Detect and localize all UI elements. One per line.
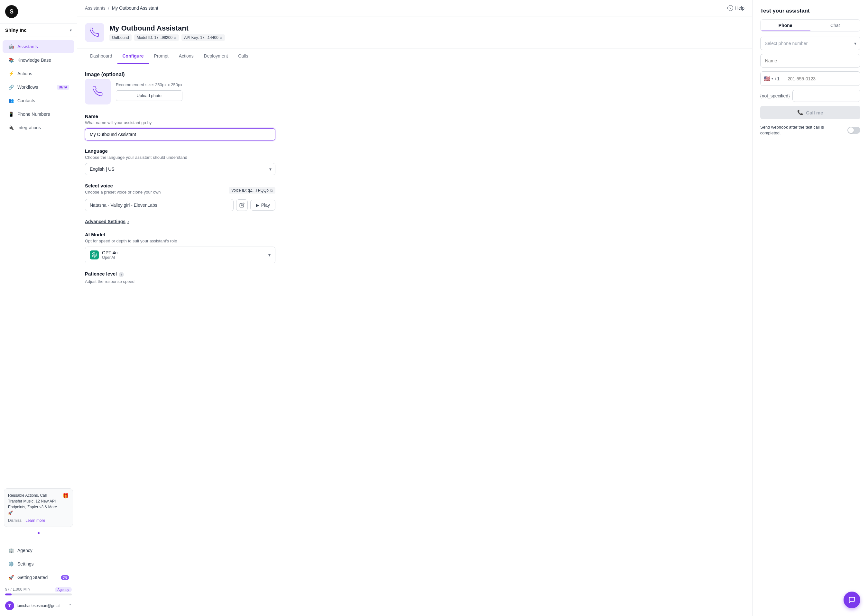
sidebar-item-label: Workflows xyxy=(17,85,38,90)
chat-fab-button[interactable] xyxy=(844,592,860,608)
language-select[interactable]: English | US xyxy=(85,163,276,175)
patience-hint: Adjust the response speed xyxy=(85,279,276,284)
content-header: Assistants / My Outbound Assistant ? Hel… xyxy=(77,0,752,16)
not-specified-row: {not_specified} xyxy=(760,90,860,102)
right-panel: Test your assistant Phone Chat ▾ Select … xyxy=(752,0,868,616)
assistant-tags: Outbound Model ID: 17...98200 ⧉ API Key:… xyxy=(109,35,225,41)
sidebar-item-getting-started[interactable]: 🚀 Getting Started 0% xyxy=(3,571,74,584)
phone-call-icon: 📞 xyxy=(797,110,803,115)
workflows-beta-badge: BETA xyxy=(57,85,69,90)
agency-icon: 🏢 xyxy=(8,547,14,554)
test-tabs: Phone Chat xyxy=(760,19,860,31)
webhook-row: Send webhook after the test call is comp… xyxy=(760,124,860,136)
sidebar-bottom: 🏢 Agency ⚙️ Settings 🚀 Getting Started 0… xyxy=(0,541,77,616)
voice-section: Select voice Choose a preset voice or cl… xyxy=(85,183,276,211)
sidebar-item-integrations[interactable]: 🔌 Integrations xyxy=(3,121,74,134)
user-avatar: T xyxy=(5,601,14,610)
ai-model-label: AI Model xyxy=(85,232,276,237)
language-section: Language Choose the language your assist… xyxy=(85,148,276,175)
help-circle-icon: ? xyxy=(728,5,733,11)
sidebar-item-agency[interactable]: 🏢 Agency xyxy=(3,544,74,557)
voice-controls: Natasha - Valley girl - ElevenLabs ▶ Pla… xyxy=(85,199,276,211)
tab-dashboard[interactable]: Dashboard xyxy=(85,49,117,64)
assistant-info: My Outbound Assistant Outbound Model ID:… xyxy=(109,24,225,41)
sidebar-item-label: Contacts xyxy=(17,98,35,103)
voice-play-button[interactable]: ▶ Play xyxy=(250,200,276,211)
sidebar-item-knowledge-base[interactable]: 📚 Knowledge Base xyxy=(3,54,74,66)
user-chevron-icon: ⌃ xyxy=(69,603,72,608)
knowledge-base-icon: 📚 xyxy=(8,57,14,63)
voice-header: Select voice Choose a preset voice or cl… xyxy=(85,183,276,198)
assistant-header: My Outbound Assistant Outbound Model ID:… xyxy=(77,16,752,49)
ai-model-select[interactable]: GPT-4o OpenAI ▾ xyxy=(85,247,276,263)
name-section: Name What name will your assistant go by xyxy=(85,113,276,140)
advanced-settings-link[interactable]: Advanced Settings › xyxy=(85,219,276,224)
sidebar-nav: 🤖 Assistants 📚 Knowledge Base ⚡ Actions … xyxy=(0,37,77,484)
sidebar-item-settings[interactable]: ⚙️ Settings xyxy=(3,558,74,570)
country-selector[interactable]: 🇺🇸 ▾ +1 xyxy=(761,72,783,85)
phone-number-select[interactable] xyxy=(760,37,860,50)
call-me-button[interactable]: 📞 Call me xyxy=(760,106,860,119)
not-specified-input[interactable] xyxy=(792,90,860,102)
tab-prompt[interactable]: Prompt xyxy=(149,49,174,64)
promo-dismiss-button[interactable]: Dismiss xyxy=(8,518,22,523)
assistant-name-input[interactable] xyxy=(85,128,276,140)
assistant-type-tag: Outbound xyxy=(109,35,132,41)
voice-id-copy-icon[interactable]: ⧉ xyxy=(270,188,273,193)
help-button[interactable]: ? Help xyxy=(728,5,744,11)
sidebar-item-actions[interactable]: ⚡ Actions xyxy=(3,67,74,80)
promo-learn-more-button[interactable]: Learn more xyxy=(25,518,45,523)
openai-icon xyxy=(90,250,99,259)
pagination-dots xyxy=(0,531,77,535)
settings-icon: ⚙️ xyxy=(8,561,14,567)
company-selector[interactable]: Shiny Inc ▾ xyxy=(0,24,77,37)
integrations-icon: 🔌 xyxy=(8,124,14,131)
tab-deployment[interactable]: Deployment xyxy=(199,49,233,64)
user-row[interactable]: T tomcharlesosman@gmail ⌃ xyxy=(0,598,77,613)
sidebar-item-label: Agency xyxy=(17,548,33,553)
api-key-copy-icon[interactable]: ⧉ xyxy=(220,36,222,40)
actions-icon: ⚡ xyxy=(8,71,14,77)
webhook-toggle[interactable] xyxy=(848,127,860,134)
toggle-knob xyxy=(848,127,854,133)
getting-started-badge: 0% xyxy=(61,575,69,580)
name-hint: What name will your assistant go by xyxy=(85,120,276,125)
phone-input-row: 🇺🇸 ▾ +1 xyxy=(760,71,860,86)
sidebar-item-assistants[interactable]: 🤖 Assistants xyxy=(3,40,74,53)
model-info: GPT-4o OpenAI xyxy=(102,250,265,260)
caller-name-input[interactable] xyxy=(760,54,860,68)
sidebar-item-contacts[interactable]: 👥 Contacts xyxy=(3,94,74,107)
image-upload-area: Recommended size: 250px x 250px Upload p… xyxy=(85,79,276,104)
patience-section: Patience level ? Adjust the response spe… xyxy=(85,271,276,284)
upload-hint: Recommended size: 250px x 250px xyxy=(116,82,183,87)
sidebar-item-workflows[interactable]: 🔗 Workflows BETA xyxy=(3,81,74,94)
phone-number-input[interactable] xyxy=(783,72,860,85)
panel-title: Test your assistant xyxy=(760,8,860,14)
upload-photo-button[interactable]: Upload photo xyxy=(116,90,183,101)
usage-fill xyxy=(5,594,12,596)
voice-edit-button[interactable] xyxy=(236,200,248,211)
sidebar-item-label: Assistants xyxy=(17,44,38,49)
tab-calls[interactable]: Calls xyxy=(233,49,253,64)
image-section: Image (optional) Recommended size: 250px… xyxy=(85,72,276,104)
sidebar-item-label: Phone Numbers xyxy=(17,112,50,117)
advanced-chevron-icon: › xyxy=(128,219,129,224)
agency-badge: Agency xyxy=(55,587,72,592)
sidebar-item-label: Settings xyxy=(17,561,34,566)
company-name: Shiny Inc xyxy=(5,27,27,33)
sidebar-item-label: Integrations xyxy=(17,125,41,130)
sidebar-item-phone-numbers[interactable]: 📱 Phone Numbers xyxy=(3,108,74,121)
breadcrumb-parent[interactable]: Assistants xyxy=(85,5,106,11)
tab-actions[interactable]: Actions xyxy=(174,49,199,64)
phone-select-wrapper: ▾ Select phone number xyxy=(760,37,860,50)
voice-hint: Choose a preset voice or clone your own xyxy=(85,190,161,195)
phone-numbers-icon: 📱 xyxy=(8,111,14,117)
promo-text: Reusable Actions, Call Transfer Music, 1… xyxy=(8,493,60,516)
test-tab-chat[interactable]: Chat xyxy=(810,20,860,31)
getting-started-icon: 🚀 xyxy=(8,574,14,581)
test-tab-phone[interactable]: Phone xyxy=(761,20,810,31)
patience-info-icon[interactable]: ? xyxy=(119,272,124,277)
image-upload-info: Recommended size: 250px x 250px Upload p… xyxy=(116,82,183,101)
model-id-copy-icon[interactable]: ⧉ xyxy=(174,36,176,40)
tab-configure[interactable]: Configure xyxy=(117,49,149,64)
